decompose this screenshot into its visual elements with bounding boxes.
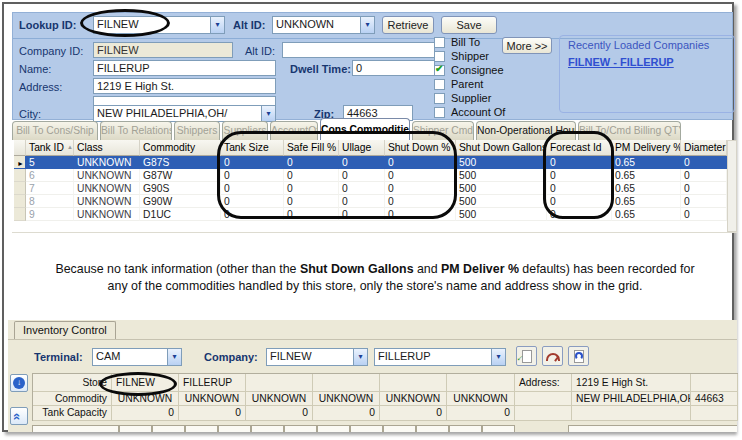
tab-inventory-control[interactable]: Inventory Control: [14, 321, 116, 339]
address-field[interactable]: 1219 E High St.: [93, 78, 276, 94]
chevron-down-icon[interactable]: ▾: [491, 349, 505, 365]
commodity-cell[interactable]: UNKNOWN: [246, 392, 313, 406]
empty-cell: [691, 406, 738, 421]
more-button[interactable]: More >>: [502, 37, 552, 54]
table-row[interactable]: ► 5 UNKNOWN G87S 0 0 0 0 500 0 0.65 0: [14, 156, 727, 169]
retrieve-button[interactable]: Retrieve: [382, 16, 434, 34]
checkbox-label: Parent: [451, 78, 483, 90]
double-chevron-up-icon: «: [10, 413, 25, 420]
report-button[interactable]: [568, 346, 589, 366]
col-pm-delivery[interactable]: PM Delivery %: [612, 140, 681, 156]
move-down-button[interactable]: ↓: [10, 374, 28, 392]
col-ullage[interactable]: Ullage: [339, 140, 385, 156]
recently-loaded-companies-box: Recently Loaded Companies FILNEW - FILLE…: [559, 35, 735, 113]
col-class[interactable]: Class: [74, 140, 140, 156]
commodity-cell[interactable]: UNKNOWN: [313, 392, 380, 406]
table-row[interactable]: 7 UNKNOWN G90S 0 0 0 0 500 0 0.65 0: [14, 182, 727, 195]
clipped-row: [24, 424, 737, 432]
tab-shippers[interactable]: Shippers: [174, 121, 220, 140]
tab-bill-to-cons-ship[interactable]: Bill To Cons/Ship: [12, 121, 98, 140]
terminal-combo[interactable]: CAM ▾: [92, 348, 182, 366]
address-line1: 1219 E High St.: [572, 374, 691, 392]
capacity-cell[interactable]: 0: [380, 406, 447, 421]
collapse-up-button[interactable]: «: [10, 407, 28, 425]
col-tank-id[interactable]: Tank ID▲: [26, 140, 74, 156]
checkbox-label: Account Of: [451, 106, 505, 118]
shipper-checkbox[interactable]: ✔: [434, 51, 445, 62]
store-cell[interactable]: [313, 374, 380, 392]
capacity-cell[interactable]: 0: [179, 406, 246, 421]
save-button[interactable]: Save: [441, 16, 497, 34]
capacity-cell[interactable]: 0: [313, 406, 380, 421]
store-cell[interactable]: [447, 374, 515, 392]
col-forecast-id[interactable]: Forecast Id: [547, 140, 612, 156]
divider: [8, 339, 737, 340]
col-safe-fill[interactable]: Safe Fill %: [284, 140, 339, 156]
capacity-cell[interactable]: 0: [112, 406, 179, 421]
address-label: Address:: [515, 374, 572, 392]
tab-bill-to-cmd-billing-qty[interactable]: Bill To/Cmd Billing QTY: [578, 121, 681, 140]
address-label: Address:: [19, 81, 62, 93]
col-tank-size[interactable]: Tank Size: [221, 140, 284, 156]
tab-shipper-cmds[interactable]: Shipper Cmds: [412, 121, 474, 140]
tab-accountof[interactable]: AccountOf: [270, 121, 318, 140]
alt-id-label: Alt ID:: [233, 19, 265, 31]
commodity-cell[interactable]: UNKNOWN: [380, 392, 447, 406]
dwell-time-field[interactable]: 0: [352, 60, 435, 76]
capacity-cell[interactable]: 0: [246, 406, 313, 421]
company-code-combo[interactable]: FILNEW ▾: [266, 348, 368, 366]
alt-id2-field[interactable]: [282, 42, 435, 58]
chevron-down-icon[interactable]: ▾: [210, 17, 224, 33]
tab-strip: Bill To Cons/Ship Bill To Relations Ship…: [12, 118, 736, 140]
table-row[interactable]: 8 UNKNOWN G90W 0 0 0 0 500 0 0.65 0: [14, 195, 727, 208]
company-label: Company:: [204, 351, 258, 363]
empty-cell: [572, 406, 691, 421]
name-field[interactable]: FILLERUP: [93, 60, 276, 76]
col-commodity[interactable]: Commodity: [140, 140, 221, 156]
account-of-checkbox[interactable]: ✔: [434, 107, 445, 118]
consignee-checkbox[interactable]: ✔: [434, 65, 445, 76]
capacity-cell[interactable]: 0: [447, 406, 515, 421]
store-cell[interactable]: [380, 374, 447, 392]
commodity-cell[interactable]: UNKNOWN: [112, 392, 179, 406]
commodity-cell[interactable]: UNKNOWN: [447, 392, 515, 406]
gauge-button[interactable]: [542, 346, 563, 366]
arrow-down-circle-icon: ↓: [13, 377, 25, 389]
store-cell[interactable]: [246, 374, 313, 392]
supplier-checkbox[interactable]: ✔: [434, 93, 445, 104]
commodities-grid: Tank ID▲ Class Commodity Tank Size Safe …: [14, 140, 727, 221]
grid-corner: [14, 140, 26, 156]
chevron-down-icon[interactable]: ▾: [360, 17, 374, 33]
bill-to-checkbox[interactable]: ✔: [434, 37, 445, 48]
table-row[interactable]: 9 UNKNOWN D1UC 0 0 0 0 500 0 0.65 0: [14, 208, 727, 221]
recent-company-link[interactable]: FILNEW - FILLERUP: [568, 56, 674, 68]
app-window: Lookup ID: FILNEW ▾ Alt ID: UNKNOWN ▾ Re…: [2, 2, 734, 432]
col-shut-down-pct[interactable]: Shut Down %: [385, 140, 456, 156]
store-cell[interactable]: FILNEW: [112, 374, 179, 392]
gauge-icon: [546, 353, 560, 361]
tab-suppliers[interactable]: Suppliers: [222, 121, 268, 140]
col-diameter[interactable]: Diameter: [681, 140, 727, 156]
col-shut-down-gallons[interactable]: Shut Down Gallons: [456, 140, 547, 156]
table-row[interactable]: 6 UNKNOWN G87W 0 0 0 0 500 0 0.65 0: [14, 169, 727, 182]
store-cell[interactable]: FILLERUP: [179, 374, 246, 392]
alt-id-combo[interactable]: UNKNOWN ▾: [272, 16, 375, 34]
tab-non-operational-hours[interactable]: Non-Operational Hours: [476, 121, 576, 140]
tab-cons-commodities[interactable]: Cons Commodities: [320, 118, 410, 140]
capacity-row-label: Tank Capacity: [33, 406, 112, 421]
zip-cell: 44663: [691, 392, 738, 406]
parent-checkbox[interactable]: ✔: [434, 79, 445, 90]
recently-loaded-title: Recently Loaded Companies: [568, 39, 709, 51]
import-button[interactable]: ↓: [516, 346, 537, 366]
empty-cell: [691, 374, 738, 392]
grid-scrollbar[interactable]: [727, 140, 737, 232]
company-name-combo[interactable]: FILLERUP ▾: [374, 348, 506, 366]
caption-text: Because no tank information (other than …: [45, 261, 705, 295]
chevron-down-icon[interactable]: ▾: [167, 349, 181, 365]
chevron-down-icon[interactable]: ▾: [353, 349, 367, 365]
alt-id2-label: Alt ID:: [245, 45, 275, 57]
tab-bill-to-relations[interactable]: Bill To Relations: [100, 121, 172, 140]
checkbox-label: Supplier: [451, 92, 491, 104]
lookup-id-combo[interactable]: FILNEW ▾: [93, 16, 225, 34]
commodity-cell[interactable]: UNKNOWN: [179, 392, 246, 406]
